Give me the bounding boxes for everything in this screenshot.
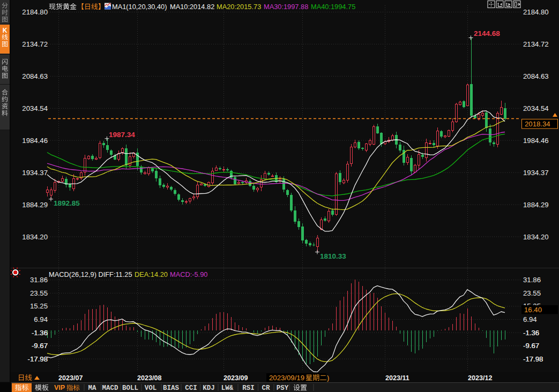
svg-text:1934.37: 1934.37 bbox=[22, 169, 48, 177]
svg-text:DEA:14.20: DEA:14.20 bbox=[135, 270, 168, 278]
svg-text:-1.36: -1.36 bbox=[32, 329, 48, 337]
svg-text:-9.67: -9.67 bbox=[523, 342, 539, 350]
svg-text:BOLL: BOLL bbox=[122, 385, 138, 392]
svg-text:2023/07: 2023/07 bbox=[58, 374, 83, 382]
svg-text:2023/12: 2023/12 bbox=[468, 374, 493, 382]
svg-text:1834.20: 1834.20 bbox=[523, 233, 549, 241]
svg-text:BIAS: BIAS bbox=[163, 385, 180, 392]
svg-text:2034.54: 2034.54 bbox=[523, 104, 549, 112]
svg-text:MACD:-5.90: MACD:-5.90 bbox=[170, 270, 207, 278]
svg-text:MA: MA bbox=[88, 385, 96, 392]
svg-text:1984.46: 1984.46 bbox=[523, 137, 549, 145]
svg-text:23.55: 23.55 bbox=[523, 289, 541, 297]
svg-text:31.86: 31.86 bbox=[523, 276, 541, 284]
svg-text:2023/09: 2023/09 bbox=[223, 374, 248, 382]
svg-text:MA1(10,20,30,40): MA1(10,20,30,40) bbox=[112, 3, 167, 11]
svg-text:2018.34: 2018.34 bbox=[525, 120, 550, 128]
svg-text:31.86: 31.86 bbox=[30, 276, 48, 284]
svg-text:2084.63: 2084.63 bbox=[523, 72, 549, 80]
svg-text:VIP: VIP bbox=[54, 384, 65, 391]
svg-text:-1.36: -1.36 bbox=[523, 329, 539, 337]
svg-text:MA30:1997.88: MA30:1997.88 bbox=[264, 3, 308, 11]
svg-text:-17.98: -17.98 bbox=[28, 355, 48, 363]
svg-text:RSI: RSI bbox=[242, 385, 255, 392]
svg-text:2084.63: 2084.63 bbox=[22, 72, 48, 80]
svg-text:1984.46: 1984.46 bbox=[22, 137, 48, 145]
svg-text:2023/09/19: 2023/09/19 bbox=[269, 374, 304, 382]
svg-text:-17.98: -17.98 bbox=[523, 355, 543, 363]
svg-text:PSY: PSY bbox=[277, 385, 289, 392]
svg-text:-9.67: -9.67 bbox=[32, 342, 48, 350]
svg-text:K: K bbox=[3, 27, 8, 34]
svg-text:1884.29: 1884.29 bbox=[523, 201, 549, 209]
svg-text:2144.68: 2144.68 bbox=[474, 29, 500, 37]
svg-text:2023/08: 2023/08 bbox=[137, 374, 162, 382]
svg-text:CR: CR bbox=[262, 385, 270, 392]
svg-text:1987.34: 1987.34 bbox=[109, 131, 135, 139]
svg-text:2184.80: 2184.80 bbox=[523, 8, 549, 16]
svg-text:2034.54: 2034.54 bbox=[22, 104, 48, 112]
svg-text:1834.20: 1834.20 bbox=[22, 233, 48, 241]
svg-text:MACD(26,12,9) DIFF:11.25: MACD(26,12,9) DIFF:11.25 bbox=[49, 270, 132, 278]
svg-text:): ) bbox=[327, 374, 329, 382]
svg-text:6.94: 6.94 bbox=[523, 315, 537, 323]
svg-text:1934.37: 1934.37 bbox=[523, 169, 549, 177]
svg-text:2023/11: 2023/11 bbox=[385, 374, 409, 382]
svg-text:MA40:1994.75: MA40:1994.75 bbox=[311, 3, 355, 11]
svg-text:1884.29: 1884.29 bbox=[22, 201, 48, 209]
svg-text:VOL: VOL bbox=[145, 385, 157, 392]
svg-text:KDJ: KDJ bbox=[203, 385, 215, 392]
svg-text:LW&: LW& bbox=[221, 385, 234, 392]
svg-text:1810.33: 1810.33 bbox=[320, 252, 346, 260]
svg-text:2134.72: 2134.72 bbox=[523, 40, 549, 48]
svg-text:MA20:2015.73: MA20:2015.73 bbox=[217, 3, 261, 11]
svg-text:15.25: 15.25 bbox=[30, 302, 48, 310]
svg-text:16.40: 16.40 bbox=[524, 306, 542, 314]
svg-text:MA10:2014.82: MA10:2014.82 bbox=[170, 3, 214, 11]
svg-text:2134.72: 2134.72 bbox=[22, 40, 48, 48]
svg-text:2184.80: 2184.80 bbox=[22, 8, 48, 16]
svg-text:1892.85: 1892.85 bbox=[54, 199, 80, 207]
svg-text:CCI: CCI bbox=[185, 385, 197, 392]
svg-text:MACD: MACD bbox=[102, 385, 118, 392]
svg-text:23.55: 23.55 bbox=[30, 289, 48, 297]
svg-text:6.94: 6.94 bbox=[34, 315, 48, 323]
